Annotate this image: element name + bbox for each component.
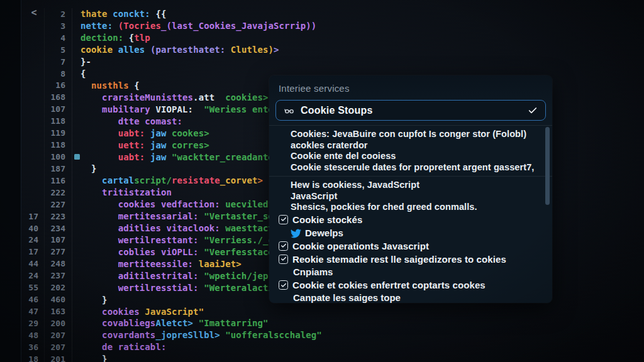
code-text: } (80, 163, 97, 173)
code-text: dtte comast: (80, 116, 182, 126)
service-item-label: Cookie et cokies enfertret coptarts cook… (292, 280, 486, 290)
line-number-secondary: 18 (21, 354, 44, 362)
line-number-secondary: 46 (21, 295, 44, 304)
code-text: nette: (Tocries_(last_Cookies_JavajaScrr… (80, 21, 316, 31)
line-number-secondary: 44 (21, 259, 44, 268)
line-number: 118 (44, 139, 72, 151)
service-item[interactable]: Cookie stescerule dates for propretent a… (269, 162, 552, 173)
code-text: nusthls { (80, 80, 140, 90)
line-number-secondary: 24 (21, 235, 44, 244)
line-number: 118 (44, 115, 72, 127)
line-number: 5 (44, 44, 72, 56)
code-text: }- (80, 57, 91, 67)
line-number: 237 (44, 270, 72, 282)
line-number: 200 (44, 317, 72, 329)
line-number: 100 (44, 151, 72, 163)
code-text: } (80, 295, 108, 305)
service-item-checked[interactable]: Reokie stemadie rest lle saigedizores to… (269, 253, 552, 266)
service-item[interactable]: acokles craterdor (269, 140, 552, 151)
code-line[interactable]: 4dection: {tlp (0, 32, 644, 44)
line-number-secondary: 29 (21, 319, 44, 328)
line-number-secondary: 17 (21, 247, 44, 256)
code-line[interactable]: 18201 } (0, 353, 644, 362)
service-item[interactable]: Cnpiams (269, 266, 552, 279)
service-item-checked[interactable]: Cookie et cokies enfertret coptarts cook… (269, 278, 552, 292)
checkbox-check-icon[interactable] (279, 215, 288, 224)
code-line[interactable]: 47163 cookies JavaScript" (0, 305, 644, 317)
service-item-checked[interactable]: Cookie stockés (269, 213, 552, 226)
line-number: 119 (44, 127, 72, 139)
service-item[interactable]: Cookies: JevaBuire con cupfot Is conger … (269, 129, 552, 140)
code-line[interactable]: 36207 de raticabl: (0, 341, 644, 353)
line-number: 223 (44, 211, 72, 222)
service-item-checked[interactable]: Cookie operationts Javascript (269, 239, 552, 253)
code-text: aditlies vitaclook: waesttact- (80, 223, 279, 233)
code-line[interactable]: 48207 covardants_jopreSllbl> "uofferalsc… (0, 329, 644, 341)
service-item-label: Dewelps (305, 228, 343, 238)
code-line[interactable]: 5cookie alles (partesthatet: Clutles)> (0, 44, 644, 56)
line-number-secondary: 36 (21, 343, 44, 352)
line-number-secondary: 24 (21, 271, 44, 280)
code-text: uett: jaw corres> (80, 140, 209, 150)
line-number: 168 (44, 91, 72, 103)
code-text: uabt: jaw "wacktter_creadante ger (80, 152, 295, 162)
code-line[interactable]: 2thate conckt: {{ (0, 8, 644, 20)
code-text: } (80, 354, 108, 362)
code-text: covardants_jopreSllbl> "uofferalscchaleg… (80, 330, 322, 340)
code-line[interactable]: 29200 covabliegsAletct> "Imattarring" (0, 317, 644, 329)
code-text: tritistzation (80, 187, 172, 197)
list-divider (269, 176, 552, 177)
service-item-label: Cookie stockés (292, 214, 362, 225)
line-number: 227 (44, 199, 72, 211)
service-item[interactable]: Shesics, pockies for ched greed conmalls… (269, 202, 552, 213)
line-number: 8 (44, 68, 72, 80)
code-text: crarsiteMunisttes.att cookies> (80, 92, 269, 102)
twitter-bird-icon (291, 228, 301, 238)
line-number: 222 (44, 187, 72, 199)
code-text: cartalscript/resistate_corvet> (80, 175, 263, 185)
service-item[interactable]: JavaScript (269, 191, 552, 202)
code-text: mertitessarial: "Vertaster_setfrec (80, 211, 301, 221)
service-search-box[interactable] (275, 100, 546, 121)
code-text: mertiteessile: laaiJet> (80, 259, 242, 269)
code-text: cookies JavaScript" (80, 307, 204, 317)
line-number: 277 (44, 246, 72, 258)
popup-title: Interiee services (269, 75, 552, 99)
line-number: 7 (44, 56, 72, 68)
search-input[interactable] (301, 105, 528, 116)
line-number: 163 (44, 305, 72, 317)
list-divider (269, 125, 552, 126)
line-number: 3 (44, 20, 72, 32)
code-text: uabt: jaw cookes> (80, 128, 209, 138)
code-text: { (80, 69, 86, 79)
service-item-twitter[interactable]: Dewelps (269, 226, 552, 239)
code-text: thate conckt: {{ (80, 9, 166, 19)
line-number: 207 (44, 341, 72, 353)
breakpoint-square-icon[interactable] (74, 154, 80, 160)
code-line[interactable]: 3nette: (Tocries_(last_Cookies_JavajaScr… (0, 20, 644, 32)
line-number: 201 (44, 353, 72, 362)
service-item[interactable]: Cookie ente del cooiess (269, 151, 552, 162)
service-item[interactable]: Canpate les saiges tope (269, 292, 552, 303)
code-text: aditilestrital: "wpetich/jepraum (80, 271, 290, 281)
line-number: 116 (44, 175, 72, 187)
service-item-label: Cookie operationts Javascript (292, 241, 429, 251)
line-number: 202 (44, 282, 72, 293)
line-number-secondary: 40 (21, 224, 44, 233)
checkbox-check-icon[interactable] (279, 255, 288, 264)
interfee-services-popup: Interiee services Cookies: JevaBuire con… (269, 75, 552, 303)
code-text: cookies vedfaction: uecviled" (80, 199, 274, 209)
glasses-icon (284, 105, 295, 116)
code-line[interactable]: 7}- (0, 56, 644, 68)
checkbox-check-icon[interactable] (279, 280, 288, 290)
checkbox-check-icon[interactable] (279, 241, 288, 251)
line-number: 16 (44, 80, 72, 92)
code-text: coblies viOPLL: "Veerfesstace_adta (80, 247, 301, 257)
popup-scrollbar-thumb[interactable] (545, 127, 550, 205)
check-icon (528, 106, 538, 116)
code-text: de raticabl: (80, 342, 166, 352)
code-text: cookie alles (partesthatet: Clutles)> (80, 45, 279, 55)
code-text: dection: {tlp (80, 33, 150, 43)
service-item[interactable]: Hew is cookiess, JavadScript (269, 180, 552, 191)
line-number: 460 (44, 293, 72, 305)
